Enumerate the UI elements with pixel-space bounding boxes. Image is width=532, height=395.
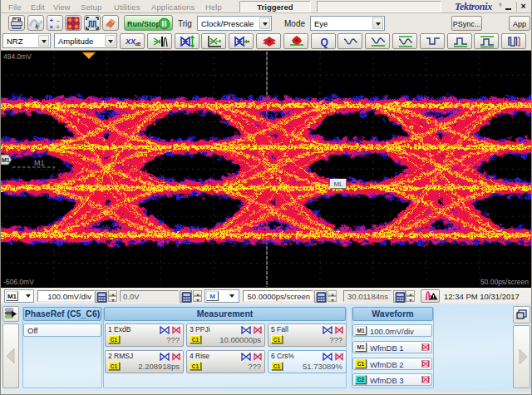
menu-setup[interactable]: Setup	[81, 2, 101, 12]
print-button[interactable]	[8, 15, 25, 31]
measurement-section-header[interactable]: Measurement	[104, 307, 346, 321]
measurement-cell-3[interactable]: 3 PPJi C1 10.00000ps	[186, 323, 265, 347]
phaseref-section-header[interactable]: PhaseRef (C5_C6)	[23, 307, 101, 321]
psync-button[interactable]: PSync...	[451, 16, 482, 31]
spinner-up-button[interactable]	[328, 290, 337, 296]
waveform-section-header[interactable]: Waveform	[352, 307, 433, 321]
eye-diagram-plot	[1, 51, 531, 288]
measure-category-select[interactable]: Amplitude	[54, 33, 117, 48]
meas-bit-rate-button[interactable]	[501, 33, 526, 49]
clear-data-button[interactable]	[102, 15, 119, 31]
pulse-amplitude-icon	[480, 35, 495, 48]
status-box-empty	[317, 1, 441, 12]
wfmdb-eye-icon	[421, 360, 430, 368]
vertical-scale-field[interactable]: 100.0mV/div	[37, 290, 95, 302]
measurement-label: 4 Rise	[190, 352, 209, 360]
scale-spinner[interactable]	[108, 290, 117, 302]
close-button[interactable]: ×	[518, 1, 529, 12]
waveform-display[interactable]: 494.0mV -506.0mV 50.00ps/screen M1 M1 ML	[1, 51, 531, 288]
spinner-down-button[interactable]	[328, 296, 337, 302]
jitter-arrow-icon	[153, 35, 168, 48]
waveform-row-wfmdb1[interactable]: M1 WfmDB 1	[352, 341, 432, 353]
horizontal-delay-field[interactable]: 30.01184ns	[343, 290, 392, 302]
delay-spinner[interactable]	[406, 290, 415, 302]
waveform-row-wfmdb2[interactable]: C1 WfmDB 2	[352, 358, 432, 370]
chevron-down-icon[interactable]	[372, 17, 383, 29]
m1-waveform-handle[interactable]: M1	[1, 154, 12, 165]
spinner-down-button[interactable]	[108, 296, 117, 302]
meas-mask-button[interactable]	[256, 33, 281, 49]
meas-qfactor-button[interactable]: Q	[311, 33, 336, 49]
phaseref-value[interactable]: Off	[23, 323, 101, 337]
save-waveform-button[interactable]	[27, 15, 44, 31]
menu-help[interactable]: Help	[205, 2, 222, 12]
vertical-source-select[interactable]: M1	[4, 289, 34, 303]
spinner-up-button[interactable]	[406, 290, 415, 296]
meas-crossing-button[interactable]	[201, 33, 226, 49]
mask-test-icon	[262, 35, 277, 48]
meas-wave-amplitude-button[interactable]	[392, 33, 417, 49]
vertical-offset-field[interactable]: 0.0V	[120, 290, 179, 302]
meas-pulse-high-button[interactable]	[447, 33, 472, 49]
horizontal-scale-field[interactable]: 50.0000ps/screen	[243, 290, 313, 302]
meas-wave-low-button[interactable]	[365, 33, 390, 49]
delay-keypad-button[interactable]	[393, 290, 406, 303]
hscale-keypad-button[interactable]	[314, 290, 327, 303]
eye-meas-icons	[241, 353, 263, 361]
meas-eye-amplitude-button[interactable]	[175, 33, 200, 49]
minimize-button[interactable]	[503, 1, 514, 12]
menu-view[interactable]: View	[53, 2, 71, 12]
meas-pulse-width-button[interactable]	[420, 33, 445, 49]
wave-period-icon	[343, 35, 358, 48]
menu-edit[interactable]: Edit	[31, 2, 45, 12]
math-button[interactable]: + – × ÷	[47, 15, 63, 31]
spinner-up-button[interactable]	[108, 290, 117, 296]
panel-restore-button[interactable]	[513, 306, 530, 323]
meas-pulse-amplitude-button[interactable]	[474, 33, 499, 49]
mode-select[interactable]: Eye	[310, 16, 385, 31]
menu-utilities[interactable]: Utilities	[114, 2, 140, 12]
measurement-cell-6[interactable]: 6 Crs% C1 51.73089%	[268, 350, 347, 373]
app-button[interactable]: App	[509, 16, 530, 31]
trigger-source-select[interactable]: Clock/Prescale	[197, 16, 272, 31]
trigger-alert-button[interactable]	[421, 289, 440, 303]
run-stop-button[interactable]: Run/Stop	[124, 15, 173, 31]
menu-file[interactable]: File	[8, 2, 22, 12]
measurement-cell-4[interactable]: 4 Rise C1 ???	[186, 350, 265, 373]
meas-jitter-button[interactable]	[147, 33, 172, 49]
autoset-button[interactable]	[84, 15, 101, 31]
measurement-cell-1[interactable]: 1 ExdB C1 ???	[105, 323, 184, 347]
hscale-spinner[interactable]	[328, 290, 337, 302]
panel-stack-button[interactable]	[2, 306, 19, 322]
menu-applications[interactable]: Applications	[151, 2, 195, 12]
spinner-up-button[interactable]	[193, 290, 202, 296]
waveform-row-label: WfmDB 1	[370, 343, 404, 353]
offset-spinner[interactable]	[193, 290, 202, 302]
spinner-down-button[interactable]	[406, 296, 415, 302]
spinner-down-button[interactable]	[193, 296, 202, 302]
measurement-cell-2[interactable]: 2 RMSJ C1 2.208918ps	[105, 350, 184, 373]
measurement-cell-5[interactable]: 5 Fall C1 ???	[268, 323, 347, 347]
color-grade-button[interactable]	[65, 15, 81, 31]
trigger-position-marker[interactable]	[81, 52, 96, 60]
chevron-down-icon[interactable]	[38, 35, 49, 47]
panel-scroll-right-button[interactable]	[513, 325, 530, 388]
chevron-down-icon[interactable]	[259, 17, 270, 29]
meas-mask-margin-button[interactable]	[283, 33, 308, 49]
horizontal-source-select[interactable]: M	[204, 289, 239, 303]
source-badge: C1	[190, 362, 201, 370]
scale-keypad-button[interactable]	[95, 290, 107, 303]
ml-annotation-tag[interactable]: ML	[330, 179, 347, 189]
meas-wave-period-button[interactable]	[337, 33, 362, 49]
keypad-icon	[316, 292, 327, 303]
offset-keypad-button[interactable]	[180, 290, 192, 303]
meas-extinction-ratio-button[interactable]: XX dB	[120, 33, 145, 49]
waveform-row-scale[interactable]: M1 100.0mV/div	[352, 324, 432, 337]
signal-type-select[interactable]: NRZ	[2, 33, 51, 48]
panel-scroll-left-button[interactable]	[2, 323, 19, 388]
chevron-down-icon[interactable]	[105, 35, 116, 47]
waveform-row-wfmdb3[interactable]: C2 WfmDB 3	[352, 373, 432, 386]
layers-icon	[3, 307, 18, 321]
meas-eye-width-button[interactable]	[229, 33, 254, 49]
source-badge: C1	[271, 335, 283, 343]
